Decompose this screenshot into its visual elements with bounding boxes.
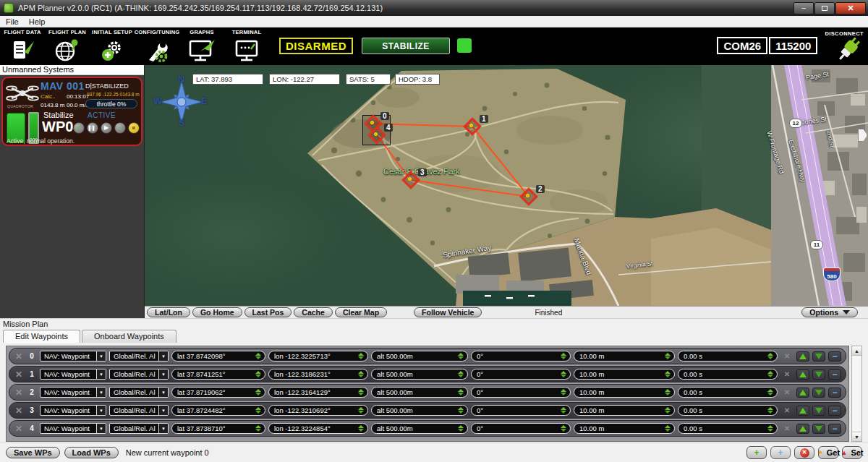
command-select[interactable]: NAV: Waypoint ▼ (40, 351, 106, 362)
spinner-icon[interactable] (458, 389, 464, 395)
latlon-button[interactable]: Lat/Lon (147, 307, 190, 317)
save-wps-button[interactable]: Save WPs (6, 447, 60, 458)
latitude-field[interactable]: lat 37.8738710° (171, 423, 265, 434)
spinner-icon[interactable] (458, 425, 464, 432)
cache-button[interactable]: Cache (294, 307, 333, 317)
tab-initial-setup[interactable]: INITIAL SETUP (90, 29, 135, 64)
hold-time-field[interactable]: 0.00 s (678, 405, 778, 416)
yaw-angle-field[interactable]: 0° (471, 387, 571, 398)
move-up-button[interactable] (796, 351, 809, 362)
mav-status-widget[interactable]: QUADROTOR MAV 001 D|STABILIZED Calc.. 00… (1, 77, 142, 146)
delete-row-icon[interactable]: ✕ (780, 424, 793, 434)
map-canvas[interactable]: N E S W LAT: 37.893 LON: -122.27 SATS: 5… (145, 65, 868, 306)
longitude-field[interactable]: lon -122.3210692° (268, 405, 368, 416)
yaw-angle-field[interactable]: 0° (471, 369, 571, 380)
spinner-icon[interactable] (561, 371, 566, 377)
delete-row-icon[interactable]: ✕ (780, 369, 793, 380)
latitude-field[interactable]: lat 37.8724482° (171, 405, 265, 416)
load-wps-button[interactable]: Load WPs (64, 447, 119, 458)
hold-time-field[interactable]: 0.00 s (678, 351, 778, 362)
delete-row-icon[interactable]: ✕ (780, 406, 793, 416)
altitude-field[interactable]: alt 500.00m (371, 369, 468, 380)
spinner-icon[interactable] (767, 389, 773, 395)
spinner-icon[interactable] (255, 353, 261, 359)
delete-row-icon[interactable]: ✕ (780, 351, 793, 362)
tab-onboard-waypoints[interactable]: Onboard Waypoints (82, 330, 176, 343)
frame-select[interactable]: Global/Rel. Al ▼ (109, 405, 169, 416)
options-button[interactable]: Options (801, 307, 858, 317)
hold-time-field[interactable]: 0.00 s (678, 369, 778, 380)
get-waypoints-button[interactable]: ▼Get (818, 446, 838, 459)
disconnect-button[interactable]: DISCONNECT (825, 27, 864, 63)
spinner-icon[interactable] (767, 353, 773, 359)
spinner-icon[interactable] (665, 353, 671, 359)
flight-mode-badge[interactable]: STABILIZE (362, 38, 450, 54)
move-up-button[interactable] (796, 424, 809, 434)
yaw-angle-field[interactable]: 0° (471, 423, 571, 434)
restore-button[interactable] (814, 2, 835, 14)
spinner-icon[interactable] (767, 371, 773, 377)
latitude-field[interactable]: lat 37.8719062° (171, 387, 265, 398)
spinner-icon[interactable] (358, 371, 364, 377)
acceptance-radius-field[interactable]: 10.00 m (574, 369, 675, 380)
spinner-icon[interactable] (358, 407, 364, 414)
drag-handle-icon[interactable]: ✕ (14, 424, 24, 434)
move-down-button[interactable] (812, 369, 825, 380)
acceptance-radius-field[interactable]: 10.00 m (574, 351, 675, 362)
frame-select[interactable]: Global/Rel. Al ▼ (109, 387, 169, 398)
minimize-button[interactable]: – (793, 2, 814, 14)
title-bar[interactable]: APM Planner v2.0.0 (RC1) (A-THINK: 169.2… (0, 0, 868, 16)
move-down-button[interactable] (812, 406, 825, 416)
move-down-button[interactable] (812, 351, 825, 362)
command-select[interactable]: NAV: Waypoint ▼ (40, 423, 106, 434)
move-down-button[interactable] (812, 388, 825, 398)
frame-select[interactable]: Global/Rel. Al ▼ (109, 423, 169, 434)
baud-rate-select[interactable]: 115200 (769, 37, 817, 54)
tab-terminal[interactable]: TERMINAL (224, 29, 269, 64)
clear-map-button[interactable]: Clear Map (335, 307, 387, 317)
remove-button[interactable]: − (828, 406, 841, 416)
tab-edit-waypoints[interactable]: Edit Waypoints (3, 330, 80, 343)
halt-button[interactable]: ■ (128, 122, 140, 134)
acceptance-radius-field[interactable]: 10.00 m (574, 423, 675, 434)
spinner-icon[interactable] (561, 353, 566, 359)
rows-scrollbar[interactable]: ▲ ▼ (851, 346, 862, 442)
spinner-icon[interactable] (561, 407, 566, 414)
remove-button[interactable]: − (828, 388, 841, 398)
telemetry-button[interactable]: ∼ (114, 122, 126, 134)
tab-flight-data[interactable]: FLIGHT DATA (0, 29, 45, 64)
spinner-icon[interactable] (665, 371, 671, 377)
delete-all-button[interactable]: ✕ (794, 446, 814, 459)
altitude-field[interactable]: alt 500.00m (371, 405, 468, 416)
yaw-angle-field[interactable]: 0° (471, 351, 571, 362)
play-button[interactable]: ▶ (101, 122, 112, 134)
remove-button[interactable]: − (828, 351, 841, 362)
command-select[interactable]: NAV: Waypoint ▼ (40, 405, 106, 416)
follow-vehicle-button[interactable]: Follow Vehicle (414, 307, 482, 317)
spinner-icon[interactable] (458, 407, 464, 414)
spinner-icon[interactable] (358, 425, 364, 432)
add-waypoint-button[interactable]: + (746, 446, 767, 459)
command-select[interactable]: NAV: Waypoint ▼ (40, 387, 106, 398)
scroll-up-icon[interactable]: ▲ (852, 346, 861, 356)
tab-config-tuning[interactable]: CONFIG/TUNING (135, 29, 179, 64)
spinner-icon[interactable] (665, 389, 671, 395)
acceptance-radius-field[interactable]: 10.00 m (574, 405, 675, 416)
acceptance-radius-field[interactable]: 10.00 m (574, 387, 675, 398)
latitude-field[interactable]: lat 37.8742098° (171, 351, 265, 362)
move-up-button[interactable] (796, 406, 809, 416)
spinner-icon[interactable] (561, 425, 566, 432)
delete-row-icon[interactable]: ✕ (780, 388, 793, 398)
tab-graphs[interactable]: GRAPHS (179, 29, 224, 64)
frame-select[interactable]: Global/Rel. Al ▼ (109, 369, 169, 380)
spinner-icon[interactable] (458, 371, 464, 377)
set-waypoints-button[interactable]: ▲Set (842, 446, 862, 459)
confirm-button[interactable]: ✓ (73, 122, 85, 134)
altitude-field[interactable]: alt 500.00m (371, 423, 468, 434)
spinner-icon[interactable] (665, 407, 671, 414)
spinner-icon[interactable] (767, 407, 773, 414)
yaw-angle-field[interactable]: 0° (471, 405, 571, 416)
spinner-icon[interactable] (255, 425, 261, 432)
spinner-icon[interactable] (255, 407, 261, 414)
move-down-button[interactable] (812, 424, 825, 434)
